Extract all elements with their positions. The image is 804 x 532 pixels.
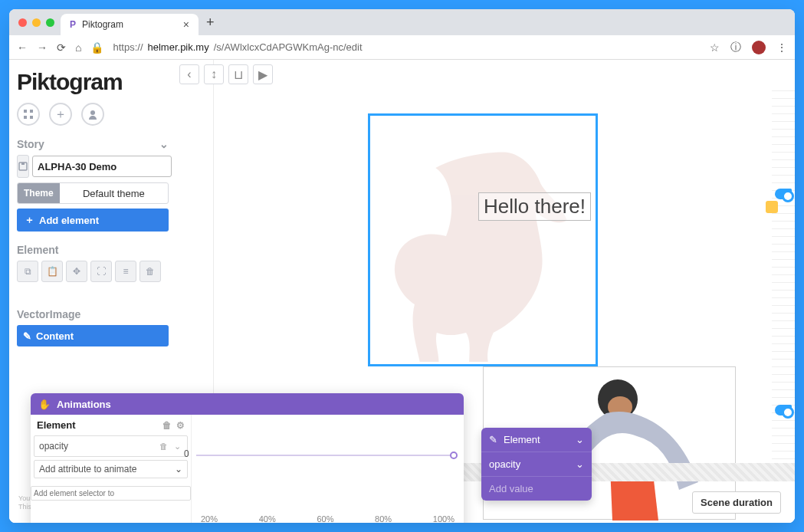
browser-tabbar: P Piktogram × + (9, 9, 795, 35)
animations-panel: ✋ Animations Element 🗑 ⚙ 🗑 ⌄ (31, 393, 464, 523)
resize-v-icon[interactable]: ↕ (204, 64, 224, 84)
svg-rect-2 (24, 116, 27, 119)
grid-button[interactable] (17, 103, 40, 126)
pencil-icon: ✎ (23, 330, 31, 342)
new-tab-button[interactable]: + (199, 15, 222, 31)
slider-knob[interactable] (450, 452, 458, 459)
chevron-down-icon: ⌄ (576, 458, 584, 470)
maximize-window-icon[interactable] (46, 18, 54, 27)
tab-title: Piktogram (82, 19, 123, 30)
content-button[interactable]: ✎ Content (17, 325, 169, 346)
browser-tab[interactable]: P Piktogram × (61, 14, 199, 35)
slider-value: 0 (184, 448, 189, 459)
star-icon[interactable]: ☆ (710, 41, 720, 54)
popup-add-value[interactable]: Add value (481, 476, 592, 501)
home-button[interactable]: ⌂ (75, 41, 81, 54)
profile-avatar[interactable] (752, 41, 766, 54)
lock-icon: 🔒 (90, 41, 103, 54)
theme-label: Theme (18, 183, 60, 203)
timeline-marker-blue-2[interactable] (775, 405, 792, 415)
popup-opacity-row[interactable]: opacity ⌄ (481, 452, 592, 476)
scene-duration-button[interactable]: Scene duration (692, 491, 781, 514)
chevron-down-icon: ⌄ (175, 464, 182, 475)
pencil-icon: ✎ (489, 434, 497, 445)
list-icon[interactable]: ≡ (115, 261, 136, 282)
app-logo: Piktogram (17, 69, 169, 95)
anim-slider[interactable]: 0 (196, 445, 455, 476)
attr-trash-icon[interactable]: 🗑 (156, 442, 171, 451)
url-path: /s/AWlxlcxCdAPGWKmAg-nc/edit (214, 41, 363, 53)
anim-ruler: 20% 40% 60% 80% 100% (192, 507, 464, 523)
save-icon[interactable] (17, 155, 29, 178)
reload-button[interactable]: ⟳ (57, 41, 66, 54)
theme-selector[interactable]: Theme Default theme (17, 182, 169, 204)
delete-icon[interactable]: 🗑 (139, 261, 161, 282)
expand-icon[interactable]: ⛶ (90, 261, 112, 282)
move-icon[interactable]: ✥ (66, 261, 87, 282)
element-selector-input[interactable] (31, 486, 191, 501)
svg-rect-6 (21, 163, 25, 165)
anim-element-header: Element 🗑 ⚙ (31, 415, 191, 435)
minimize-window-icon[interactable] (32, 18, 41, 27)
attr-chevron-icon[interactable]: ⌄ (171, 442, 184, 452)
url-host: helmer.pik.my (148, 41, 209, 53)
window-controls (18, 18, 54, 27)
info-icon[interactable]: ⓘ (730, 41, 741, 54)
animations-header[interactable]: ✋ Animations (31, 393, 464, 415)
svg-point-4 (90, 110, 95, 115)
browser-toolbar: ← → ⟳ ⌂ 🔒 https://helmer.pik.my/s/AWlxlc… (9, 35, 795, 60)
story-section[interactable]: Story⌄ (17, 138, 169, 150)
copy-icon[interactable]: ⧉ (17, 261, 38, 282)
url-field[interactable]: https://helmer.pik.my/s/AWlxlcxCdAPGWKmA… (113, 41, 701, 53)
close-tab-icon[interactable]: × (183, 18, 189, 31)
popup-element-row[interactable]: ✎Element ⌄ (481, 428, 592, 452)
chevron-down-icon: ⌄ (576, 434, 584, 445)
timeline-marker-yellow[interactable] (766, 201, 778, 213)
theme-value: Default theme (60, 183, 168, 203)
add-attribute-select[interactable]: Add attribute to animate ⌄ (34, 460, 188, 478)
chevron-left-icon[interactable]: ‹ (179, 64, 199, 84)
scene-selection[interactable]: Hello there! (368, 113, 598, 366)
svg-rect-3 (30, 116, 33, 119)
favicon-icon: P (70, 19, 76, 30)
vectorimage-section: VectorImage (17, 308, 169, 320)
anim-attribute-row: 🗑 ⌄ (34, 435, 188, 457)
horse-icon (378, 131, 588, 362)
timeline-marker-blue-1[interactable] (775, 189, 792, 199)
paste-icon[interactable]: 📋 (41, 261, 63, 282)
add-element-button[interactable]: ＋ Add element (17, 209, 169, 232)
add-button[interactable]: ＋ (49, 103, 72, 126)
forward-button[interactable]: → (37, 41, 48, 54)
magnet-icon[interactable]: ⊔ (228, 64, 248, 84)
svg-rect-1 (30, 110, 33, 113)
settings-icon[interactable]: ⚙ (176, 420, 185, 431)
trash-icon[interactable]: 🗑 (162, 420, 172, 431)
svg-rect-0 (24, 110, 27, 113)
hello-text[interactable]: Hello there! (478, 192, 591, 221)
plus-icon: ＋ (25, 213, 34, 227)
chevron-down-icon: ⌄ (159, 138, 169, 150)
menu-icon[interactable]: ⋮ (776, 41, 787, 54)
attr-name-input[interactable] (38, 439, 156, 453)
play-button[interactable]: ▶ (253, 64, 273, 84)
close-window-icon[interactable] (18, 18, 27, 27)
inline-editor-popup: ✎Element ⌄ opacity ⌄ Add value (481, 428, 592, 501)
story-name-input[interactable] (32, 156, 172, 177)
hand-icon: ✋ (38, 399, 51, 410)
user-button[interactable] (81, 103, 104, 126)
element-section: Element (17, 244, 169, 256)
url-proto: https:// (113, 41, 143, 53)
back-button[interactable]: ← (17, 41, 28, 54)
